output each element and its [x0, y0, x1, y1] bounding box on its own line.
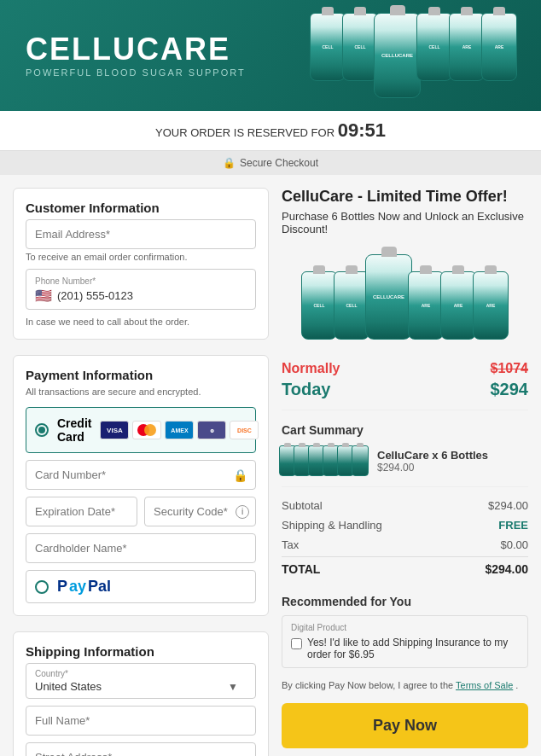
cart-summary: Cart Summary CelluCare x 6 Bottles $294.… — [282, 423, 528, 579]
cart-item-image — [282, 445, 369, 476]
header: CELLUCARE POWERFUL BLOOD SUGAR SUPPORT C… — [0, 0, 541, 111]
cart-title: Cart Summary — [282, 423, 528, 437]
country-select-wrap: Country* United States ▼ — [26, 663, 256, 699]
shipping-row: Shipping & Handling FREE — [282, 515, 528, 535]
bottle-1: CELL — [310, 13, 346, 81]
brand: CELLUCARE POWERFUL BLOOD SUGAR SUPPORT — [26, 34, 246, 78]
payment-info-section: Payment Information All transactions are… — [13, 355, 269, 616]
display-bottle-4: ARE — [408, 271, 444, 340]
subtotal-label: Subtotal — [282, 499, 323, 512]
cardholder-group — [26, 533, 256, 563]
digital-product-box: Digital Product Yes! I'd like to add Shi… — [282, 615, 528, 668]
digital-product-label: Digital Product — [291, 623, 519, 632]
brand-name: CELLUCARE — [26, 34, 246, 65]
credit-card-option[interactable]: Credit Card VISA AMEX ⊕ DISC — [26, 407, 256, 453]
shipping-value: FREE — [498, 519, 528, 532]
mini-bottle-6 — [352, 445, 369, 476]
shipping-info-section: Shipping Information Country* United Sta… — [13, 631, 269, 756]
tax-row: Tax $0.00 — [282, 535, 528, 555]
payment-info-subtitle: All transactions are secure and encrypte… — [26, 387, 256, 397]
lock-icon: 🔒 — [223, 157, 236, 169]
today-row: Today $294 — [282, 380, 528, 399]
display-bottle-6: ARE — [473, 271, 509, 340]
credit-card-radio[interactable] — [35, 423, 49, 437]
terms-text: By clicking Pay Now below, I agree to th… — [282, 678, 528, 693]
visa-icon: VISA — [100, 421, 129, 439]
mastercard-icon — [132, 421, 161, 439]
expiry-security-group: i — [26, 497, 256, 526]
bottle-6: ARE — [481, 13, 517, 81]
insurance-text: Yes! I'd like to add Shipping Insurance … — [307, 637, 519, 660]
paypal-logo: P ay Pal — [57, 578, 111, 596]
total-row: TOTAL $294.00 — [282, 556, 528, 579]
brand-tagline: POWERFUL BLOOD SUGAR SUPPORT — [26, 67, 246, 78]
fullname-group — [26, 706, 256, 736]
paypal-radio[interactable] — [35, 580, 49, 594]
recommended-section: Recommended for You Digital Product Yes!… — [282, 595, 528, 668]
offer-section: CelluCare - Limited Time Offer! Purchase… — [282, 188, 528, 399]
bottle-group: CELL CELL CELLUCARE CELL ARE ARE — [311, 13, 515, 98]
payment-info-title: Payment Information — [26, 368, 256, 382]
left-column: Customer Information To receive an email… — [13, 188, 269, 756]
bottle-center: CELLUCARE — [374, 13, 421, 98]
email-field[interactable] — [26, 219, 256, 249]
offer-title: CelluCare - Limited Time Offer! — [282, 188, 528, 206]
email-note: To receive an email order confirmation. — [26, 252, 256, 262]
expiry-group — [26, 497, 137, 526]
price-divider — [282, 410, 528, 410]
country-select[interactable]: United States — [35, 680, 247, 693]
timer-bar: YOUR ORDER IS RESERVED FOR 09:51 — [0, 111, 541, 151]
customer-info-section: Customer Information To receive an email… — [13, 188, 269, 340]
cardholder-input[interactable] — [26, 533, 256, 563]
right-column: CelluCare - Limited Time Offer! Purchase… — [282, 188, 528, 756]
address-group — [26, 742, 256, 756]
security-info-icon[interactable]: i — [236, 505, 249, 519]
timer-label: YOUR ORDER IS RESERVED FOR — [155, 126, 334, 139]
recommended-title: Recommended for You — [282, 595, 528, 608]
normally-label: Normally — [282, 361, 340, 376]
email-group: To receive an email order confirmation. — [26, 219, 256, 262]
card-number-group: 🔒 — [26, 460, 256, 490]
display-bottle-2: CELL — [334, 271, 369, 340]
terms-period: . — [515, 680, 518, 690]
security-group: i — [144, 497, 256, 526]
cart-item-price: $294.00 — [377, 462, 488, 474]
card-number-input[interactable] — [26, 460, 256, 490]
shipping-info-title: Shipping Information — [26, 644, 256, 659]
normally-row: Normally $1074 — [282, 361, 528, 376]
bottle-5: ARE — [449, 13, 485, 81]
today-price: $294 — [491, 380, 529, 399]
country-label: Country* — [35, 669, 247, 678]
cart-item-info: CelluCare x 6 Bottles $294.00 — [377, 449, 488, 474]
header-bottles: CELL CELL CELLUCARE CELL ARE ARE — [311, 13, 515, 98]
fullname-input[interactable] — [26, 706, 256, 736]
phone-note: In case we need to call about the order. — [26, 317, 256, 327]
phone-input[interactable] — [57, 289, 247, 302]
timer-value: 09:51 — [338, 119, 386, 141]
summary-rows: Subtotal $294.00 Shipping & Handling FRE… — [282, 496, 528, 579]
customer-info-title: Customer Information — [26, 201, 256, 215]
insurance-checkbox[interactable] — [291, 638, 302, 649]
terms-link[interactable]: Terms of Sale — [456, 680, 513, 690]
address-input[interactable] — [26, 742, 256, 756]
discover-icon: DISC — [230, 421, 259, 439]
shipping-label: Shipping & Handling — [282, 519, 382, 532]
diners-icon: ⊕ — [197, 421, 226, 439]
total-label: TOTAL — [282, 562, 320, 576]
expiry-input[interactable] — [26, 497, 137, 526]
total-value: $294.00 — [485, 562, 528, 576]
pay-now-button[interactable]: Pay Now — [282, 703, 528, 748]
phone-group: Phone Number* 🇺🇸 — [26, 269, 256, 310]
display-bottle-1: CELL — [301, 271, 337, 340]
flag-icon: 🇺🇸 — [35, 288, 52, 304]
product-image: CELL CELL CELLUCARE ARE ARE ARE — [282, 246, 528, 348]
offer-subtitle: Purchase 6 Bottles Now and Unlock an Exc… — [282, 210, 528, 236]
secure-checkout-label: Secure Checkout — [240, 157, 318, 169]
main-content: Customer Information To receive an email… — [0, 175, 541, 756]
today-label: Today — [282, 380, 330, 399]
tax-value: $0.00 — [500, 538, 528, 551]
terms-prefix: By clicking Pay Now below, I agree to th… — [282, 680, 453, 690]
paypal-option[interactable]: P ay Pal — [26, 570, 256, 603]
cart-item: CelluCare x 6 Bottles $294.00 — [282, 445, 528, 487]
phone-row: 🇺🇸 — [35, 288, 247, 304]
